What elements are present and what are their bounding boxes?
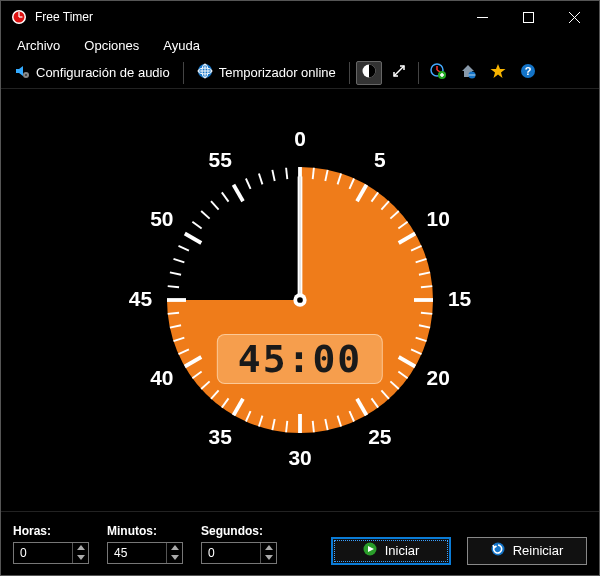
svg-line-79 bbox=[192, 222, 201, 229]
online-timer-button[interactable]: Temporizador online bbox=[190, 59, 343, 86]
svg-line-44 bbox=[421, 313, 432, 314]
help-icon: ? bbox=[520, 63, 536, 82]
start-label: Iniciar bbox=[385, 543, 420, 558]
svg-text:?: ? bbox=[524, 65, 531, 77]
svg-line-29 bbox=[313, 168, 314, 179]
svg-line-75 bbox=[170, 272, 181, 274]
svg-rect-2 bbox=[18, 12, 19, 17]
seconds-spinner[interactable] bbox=[201, 542, 277, 564]
fullscreen-button[interactable] bbox=[386, 61, 412, 85]
reset-label: Reiniciar bbox=[513, 543, 564, 558]
clock-numeral: 20 bbox=[427, 366, 450, 389]
seconds-up-button[interactable] bbox=[261, 543, 276, 553]
svg-line-19 bbox=[437, 70, 440, 72]
menu-archivo[interactable]: Archivo bbox=[7, 36, 70, 55]
clock-numeral: 35 bbox=[209, 425, 233, 448]
clock-numeral: 25 bbox=[368, 425, 392, 448]
menubar: Archivo Opciones Ayuda bbox=[1, 33, 599, 57]
svg-line-57 bbox=[313, 421, 314, 432]
contrast-toggle-button[interactable] bbox=[356, 61, 382, 85]
seconds-field-group: Segundos: bbox=[201, 524, 277, 564]
svg-line-78 bbox=[185, 234, 201, 244]
clock-numeral: 0 bbox=[294, 127, 306, 150]
help-button[interactable]: ? bbox=[515, 61, 541, 85]
clock-numeral: 55 bbox=[209, 148, 233, 171]
refresh-icon bbox=[491, 542, 505, 559]
svg-rect-5 bbox=[523, 12, 533, 22]
svg-line-16 bbox=[394, 66, 404, 76]
start-button[interactable]: Iniciar bbox=[331, 537, 451, 565]
reset-button[interactable]: Reiniciar bbox=[467, 537, 587, 565]
clock-area: 0510152025303540455055 45:00 bbox=[1, 89, 599, 511]
hours-down-button[interactable] bbox=[73, 553, 88, 563]
svg-line-77 bbox=[178, 246, 188, 251]
digital-display: 45:00 bbox=[217, 334, 383, 384]
svg-line-84 bbox=[246, 178, 251, 188]
favorite-button[interactable] bbox=[485, 61, 511, 85]
contrast-icon bbox=[361, 63, 377, 82]
svg-line-59 bbox=[286, 421, 287, 432]
titlebar: Free Timer bbox=[1, 1, 599, 33]
globe-icon bbox=[197, 63, 213, 82]
clock-numeral: 50 bbox=[150, 207, 173, 230]
audio-config-button[interactable]: Configuración de audio bbox=[7, 59, 177, 86]
clock-numeral: 45 bbox=[129, 287, 153, 310]
hours-label: Horas: bbox=[13, 524, 89, 538]
toolbar: Configuración de audio Temporizador onli… bbox=[1, 57, 599, 89]
svg-line-83 bbox=[234, 185, 244, 201]
toolbar-separator bbox=[349, 62, 350, 84]
hours-input[interactable] bbox=[14, 543, 72, 563]
clock-numeral: 5 bbox=[374, 148, 386, 171]
minutes-field-group: Minutos: bbox=[107, 524, 183, 564]
svg-line-85 bbox=[259, 174, 263, 185]
minutes-down-button[interactable] bbox=[167, 553, 182, 563]
clock-numeral: 40 bbox=[150, 366, 173, 389]
clock-numeral: 10 bbox=[427, 207, 450, 230]
minutes-input[interactable] bbox=[108, 543, 166, 563]
play-icon bbox=[363, 542, 377, 559]
app-window: Free Timer Archivo Opciones Ayuda Config… bbox=[0, 0, 600, 576]
svg-line-81 bbox=[211, 201, 219, 209]
minutes-label: Minutos: bbox=[107, 524, 183, 538]
toolbar-separator bbox=[183, 62, 184, 84]
window-title: Free Timer bbox=[35, 10, 459, 24]
speaker-gear-icon bbox=[14, 63, 30, 82]
svg-line-72 bbox=[168, 313, 179, 314]
menu-ayuda[interactable]: Ayuda bbox=[153, 36, 210, 55]
seconds-input[interactable] bbox=[202, 543, 260, 563]
svg-line-74 bbox=[168, 286, 179, 287]
audio-config-label: Configuración de audio bbox=[36, 65, 170, 80]
clock-numeral: 30 bbox=[288, 446, 311, 469]
svg-line-80 bbox=[201, 211, 209, 219]
bottom-bar: Horas: Minutos: Segundos: bbox=[1, 511, 599, 575]
home-button[interactable] bbox=[455, 61, 481, 85]
menu-opciones[interactable]: Opciones bbox=[74, 36, 149, 55]
analog-clock[interactable]: 0510152025303540455055 bbox=[110, 110, 490, 490]
minutes-spinner[interactable] bbox=[107, 542, 183, 564]
home-globe-icon bbox=[460, 63, 476, 82]
svg-point-91 bbox=[297, 297, 303, 303]
svg-point-9 bbox=[25, 74, 27, 76]
close-button[interactable] bbox=[551, 1, 597, 33]
maximize-button[interactable] bbox=[505, 1, 551, 33]
minimize-button[interactable] bbox=[459, 1, 505, 33]
seconds-label: Segundos: bbox=[201, 524, 277, 538]
minutes-up-button[interactable] bbox=[167, 543, 182, 553]
svg-rect-3 bbox=[19, 16, 23, 17]
online-timer-label: Temporizador online bbox=[219, 65, 336, 80]
svg-line-76 bbox=[174, 259, 185, 263]
hours-spinner[interactable] bbox=[13, 542, 89, 564]
svg-line-82 bbox=[222, 192, 229, 201]
toolbar-separator bbox=[418, 62, 419, 84]
clock-plus-icon bbox=[430, 63, 446, 82]
expand-icon bbox=[392, 64, 406, 81]
add-clock-button[interactable] bbox=[425, 61, 451, 85]
hours-up-button[interactable] bbox=[73, 543, 88, 553]
svg-line-86 bbox=[272, 170, 274, 181]
app-icon bbox=[11, 9, 27, 25]
svg-line-87 bbox=[286, 168, 287, 179]
svg-line-42 bbox=[421, 286, 432, 287]
clock-numeral: 15 bbox=[448, 287, 472, 310]
seconds-down-button[interactable] bbox=[261, 553, 276, 563]
star-icon bbox=[490, 63, 506, 82]
